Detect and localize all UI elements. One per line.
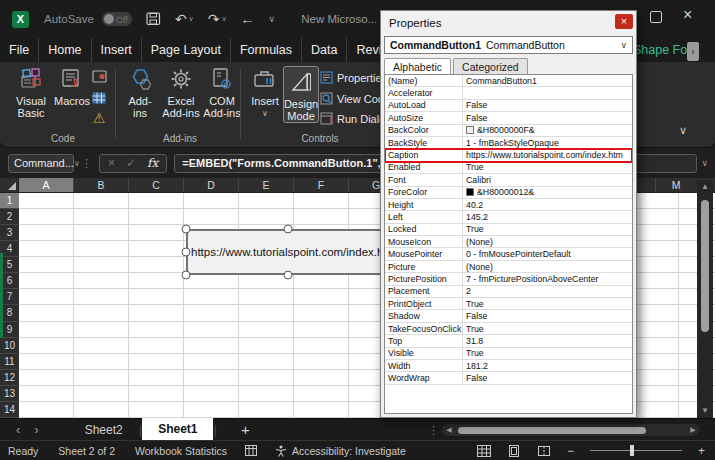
- property-row[interactable]: PrintObject True: [385, 298, 632, 310]
- property-row[interactable]: BackStyle 1 - fmBackStyleOpaque: [385, 137, 632, 149]
- ribbon-tab[interactable]: File: [0, 38, 38, 62]
- column-header[interactable]: C: [129, 178, 184, 192]
- property-value[interactable]: Calibri: [463, 175, 632, 185]
- properties-button[interactable]: Properties: [320, 71, 387, 84]
- row-header[interactable]: 11: [0, 354, 19, 370]
- property-row[interactable]: Picture (None): [385, 261, 632, 273]
- sheet-tab-sheet1[interactable]: Sheet1: [142, 418, 213, 442]
- com-addins-button[interactable]: COM Add-ins: [202, 66, 242, 119]
- record-macro-button[interactable]: [90, 68, 108, 85]
- zoom-in-button[interactable]: +: [698, 444, 705, 458]
- workbook-statistics-button[interactable]: Workbook Statistics: [135, 445, 227, 457]
- tab-scroll-button[interactable]: ›: [687, 42, 699, 61]
- property-value[interactable]: False: [463, 373, 632, 383]
- ribbon-tab[interactable]: Formulas: [230, 38, 301, 62]
- accessibility-status[interactable]: Accessibility: Investigate: [292, 445, 406, 457]
- property-row[interactable]: AutoSize False: [385, 112, 632, 124]
- property-value[interactable]: 2: [463, 286, 632, 296]
- property-value[interactable]: True: [463, 162, 632, 172]
- row-header[interactable]: 3: [0, 225, 19, 241]
- save-button[interactable]: [146, 12, 161, 26]
- property-value[interactable]: True: [463, 224, 632, 234]
- column-header[interactable]: F: [294, 178, 349, 192]
- property-row[interactable]: AutoLoad False: [385, 100, 632, 112]
- name-box-dropdown-icon[interactable]: ∨: [74, 159, 80, 168]
- property-row[interactable]: Visible True: [385, 348, 632, 360]
- visual-basic-button[interactable]: Visual Basic: [10, 66, 52, 119]
- property-row[interactable]: Caption https://www.tutorialspoint.com/i…: [385, 149, 632, 161]
- expand-formula-bar-icon[interactable]: ∨: [701, 158, 708, 168]
- selection-handle-top-left[interactable]: [182, 225, 191, 234]
- row-header[interactable]: 13: [0, 386, 19, 402]
- zoom-slider[interactable]: [590, 450, 682, 452]
- ribbon-tab[interactable]: Insert: [91, 38, 141, 62]
- property-row[interactable]: BackColor &H8000000F&: [385, 125, 632, 137]
- insert-control-button[interactable]: Insert ∨: [247, 66, 283, 120]
- property-value[interactable]: 1 - fmBackStyleOpaque: [463, 138, 632, 148]
- excel-addins-button[interactable]: Excel Add-ins: [160, 66, 202, 119]
- property-row[interactable]: Locked True: [385, 224, 632, 236]
- object-selector-dropdown[interactable]: CommandButton1 CommandButton ∨: [384, 36, 633, 54]
- property-value[interactable]: 31.8: [463, 336, 632, 346]
- redo-dropdown-icon[interactable]: ∨: [221, 15, 226, 23]
- formula-bar-splitter[interactable]: ⋮: [81, 157, 92, 170]
- zoom-out-button[interactable]: −: [567, 444, 574, 458]
- restore-window-button[interactable]: [650, 11, 662, 23]
- design-mode-button[interactable]: Design Mode: [283, 66, 319, 123]
- selection-handle-top-middle[interactable]: [284, 225, 293, 234]
- vertical-scrollbar[interactable]: ▲ ▼: [697, 180, 713, 418]
- record-macro-status-icon[interactable]: [245, 445, 257, 456]
- property-value[interactable]: True: [463, 324, 632, 334]
- horizontal-scrollbar-thumb[interactable]: [458, 427, 646, 434]
- scroll-right-icon[interactable]: ▶: [686, 426, 700, 434]
- property-row[interactable]: Shadow False: [385, 310, 632, 322]
- document-title[interactable]: New Microso...: [301, 13, 377, 25]
- property-row[interactable]: Enabled True: [385, 162, 632, 174]
- column-header-m[interactable]: M: [655, 178, 696, 193]
- zoom-slider-thumb[interactable]: [630, 445, 634, 456]
- property-value[interactable]: 181.2: [463, 361, 632, 371]
- property-value[interactable]: &H8000000F&: [463, 125, 632, 135]
- relative-references-button[interactable]: [90, 89, 108, 106]
- property-row[interactable]: ForeColor &H80000012&: [385, 187, 632, 199]
- property-value[interactable]: True: [463, 348, 632, 358]
- property-value[interactable]: https://www.tutorialspoint.com/index.htm: [463, 150, 632, 160]
- property-value[interactable]: False: [463, 311, 632, 321]
- row-header[interactable]: 14: [0, 402, 19, 418]
- property-row[interactable]: Font Calibri: [385, 174, 632, 186]
- property-row[interactable]: MousePointer 0 - fmMousePointerDefault: [385, 248, 632, 260]
- row-header[interactable]: 12: [0, 370, 19, 386]
- selection-handle-middle-left[interactable]: [182, 248, 191, 257]
- property-row[interactable]: Accelerator: [385, 87, 632, 99]
- vertical-scrollbar-thumb[interactable]: [701, 200, 709, 332]
- property-row[interactable]: WordWrap False: [385, 372, 632, 384]
- column-header[interactable]: D: [184, 178, 239, 192]
- macros-button[interactable]: Macros: [52, 66, 92, 107]
- property-row[interactable]: MouseIcon (None): [385, 236, 632, 248]
- property-row[interactable]: PicturePosition 7 - fmPicturePositionAbo…: [385, 273, 632, 285]
- property-row[interactable]: (Name) CommandButton1: [385, 75, 632, 87]
- property-value[interactable]: (None): [463, 237, 632, 247]
- properties-close-button[interactable]: ×: [615, 14, 633, 29]
- ribbon-tab[interactable]: Data: [301, 38, 346, 62]
- property-value[interactable]: (None): [463, 262, 632, 272]
- property-value[interactable]: &H80000012&: [463, 187, 632, 197]
- column-header[interactable]: B: [74, 178, 129, 192]
- property-value[interactable]: False: [463, 100, 632, 110]
- undo-dropdown-icon[interactable]: ∨: [189, 15, 194, 23]
- property-row[interactable]: Top 31.8: [385, 335, 632, 347]
- accessibility-icon[interactable]: [275, 445, 287, 457]
- property-value[interactable]: 40.2: [463, 200, 632, 210]
- ribbon-tab[interactable]: Page Layout: [141, 38, 230, 62]
- insert-function-icon[interactable]: fx: [147, 156, 158, 170]
- row-header[interactable]: 10: [0, 338, 19, 354]
- horizontal-scrollbar[interactable]: ◀ ▶: [442, 424, 700, 436]
- property-value[interactable]: False: [463, 113, 632, 123]
- tab-scroll-splitter[interactable]: ⋮: [428, 419, 439, 441]
- select-all-corner[interactable]: [0, 178, 19, 193]
- scroll-down-icon[interactable]: ▼: [697, 404, 713, 418]
- tab-categorized[interactable]: Categorized: [453, 58, 528, 75]
- property-row[interactable]: Width 181.2: [385, 360, 632, 372]
- column-header[interactable]: A: [19, 178, 74, 192]
- selection-handle-bottom-middle[interactable]: [284, 271, 293, 280]
